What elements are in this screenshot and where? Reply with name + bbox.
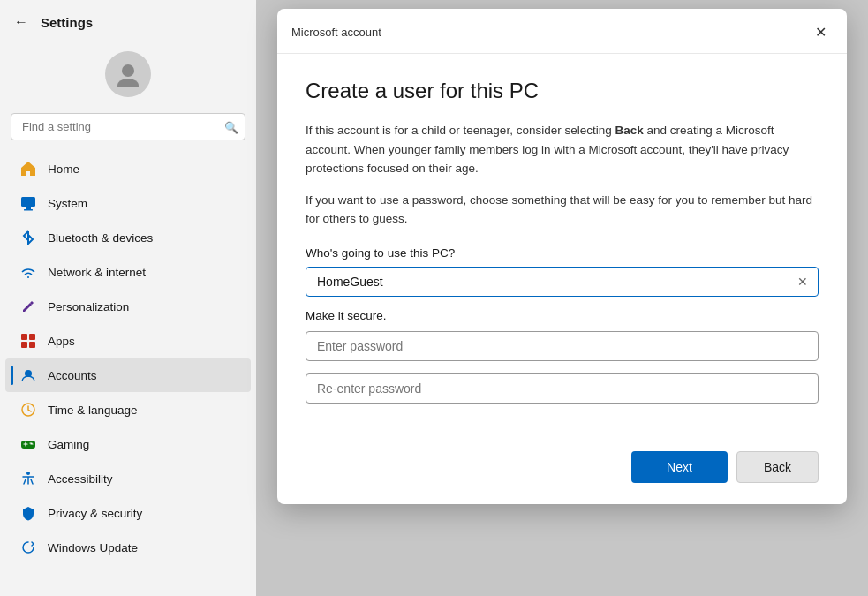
username-clear-button[interactable]: ✕ [794,273,811,290]
username-label: Who's going to use this PC? [306,246,819,260]
sidebar-item-label-accessibility: Accessibility [48,472,113,486]
svg-rect-11 [21,441,35,449]
svg-rect-7 [21,342,27,348]
sidebar-item-label-personalization: Personalization [48,300,129,313]
system-icon [19,194,37,212]
reenter-password-input-wrapper [306,373,819,404]
form-section: Who's going to use this PC? ✕ Make it se… [306,246,819,404]
svg-rect-8 [29,342,35,348]
personalization-icon [19,298,37,315]
sidebar-item-label-gaming: Gaming [48,438,89,451]
gaming-icon [19,435,37,453]
modal-footer: Next Back [277,437,847,504]
sidebar-item-bluetooth[interactable]: Bluetooth & devices [5,221,251,254]
sidebar-item-label-network: Network & internet [48,266,146,279]
secure-label: Make it secure. [306,309,819,322]
sidebar-item-label-home: Home [48,162,79,176]
back-button[interactable]: Back [736,451,819,483]
nav-list: Home System Bluetooth & devices [0,147,256,596]
modal-description-2: If you want to use a password, choose so… [306,191,819,229]
modal-titlebar: Microsoft account ✕ [277,9,847,54]
sidebar-item-home[interactable]: Home [5,152,251,185]
modal-title: Microsoft account [291,26,381,39]
search-icon: 🔍 [224,120,238,133]
sidebar-item-gaming[interactable]: Gaming [5,427,251,461]
username-input[interactable] [306,267,819,297]
sidebar-title: Settings [41,15,93,30]
sidebar: ← Settings 🔍 Home [0,0,256,596]
sidebar-item-network[interactable]: Network & internet [5,255,251,289]
svg-point-0 [122,64,134,77]
privacy-icon [19,504,37,522]
svg-rect-2 [21,197,35,207]
sidebar-item-time[interactable]: Time & language [5,393,251,426]
sidebar-item-label-time: Time & language [48,404,138,417]
sidebar-item-privacy[interactable]: Privacy & security [5,496,251,530]
avatar [105,51,151,97]
modal-body: Create a user for this PC If this accoun… [277,54,847,437]
network-icon [19,263,37,281]
avatar-container [0,37,256,108]
sidebar-item-update[interactable]: Windows Update [5,531,251,564]
search-input[interactable] [11,113,245,140]
svg-point-1 [117,79,139,87]
home-icon [19,160,37,177]
svg-rect-5 [21,334,27,340]
bluetooth-icon [19,229,37,246]
sidebar-item-system[interactable]: System [5,186,251,220]
modal-overlay: Microsoft account ✕ Create a user for th… [256,0,868,596]
modal-heading: Create a user for this PC [306,79,819,103]
sidebar-item-label-update: Windows Update [48,541,138,555]
time-icon [19,401,37,419]
sidebar-item-label-accounts: Accounts [48,369,97,382]
sidebar-item-accounts[interactable]: Accounts [5,358,251,392]
avatar-icon [115,61,141,87]
password-input-wrapper [306,331,819,361]
sidebar-item-accessibility[interactable]: Accessibility [5,462,251,495]
back-arrow-icon[interactable]: ← [14,14,28,30]
sidebar-header: ← Settings [0,0,256,37]
sidebar-item-label-system: System [48,197,87,210]
svg-rect-4 [24,209,33,211]
svg-rect-6 [29,334,35,340]
sidebar-item-apps[interactable]: Apps [5,324,251,358]
accessibility-icon [19,470,37,487]
accounts-icon [19,366,37,384]
update-icon [19,539,37,556]
svg-rect-3 [26,207,31,209]
sidebar-item-label-bluetooth: Bluetooth & devices [48,231,153,245]
modal-dialog: Microsoft account ✕ Create a user for th… [277,9,847,504]
sidebar-item-personalization[interactable]: Personalization [5,290,251,323]
sidebar-item-label-apps: Apps [48,335,75,348]
sidebar-item-label-privacy: Privacy & security [48,507,142,520]
apps-icon [19,332,37,350]
password-input[interactable] [306,331,819,361]
modal-description-1: If this account is for a child or teenag… [306,121,819,178]
main-content: Microsoft account ✕ Create a user for th… [256,0,868,596]
next-button[interactable]: Next [631,451,728,483]
search-bar-container: 🔍 [11,113,245,140]
svg-point-12 [26,472,30,475]
modal-close-button[interactable]: ✕ [808,19,833,44]
username-input-wrapper: ✕ [306,267,819,297]
reenter-password-input[interactable] [306,373,819,404]
